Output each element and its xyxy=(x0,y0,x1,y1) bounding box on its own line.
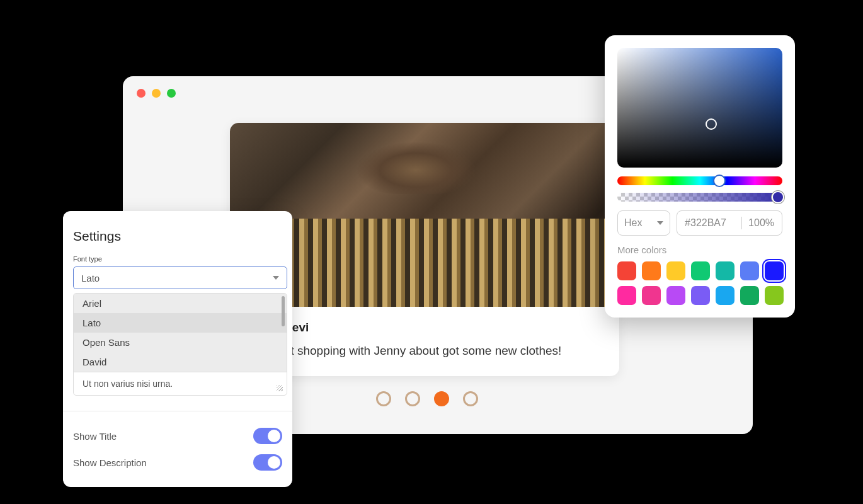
color-swatch[interactable] xyxy=(716,261,734,280)
color-swatch[interactable] xyxy=(740,286,759,305)
window-controls xyxy=(137,89,176,98)
font-option[interactable]: David xyxy=(74,352,287,372)
swatch-grid xyxy=(617,261,782,305)
font-option[interactable]: Ariel xyxy=(74,294,287,313)
alpha-slider[interactable] xyxy=(617,193,782,202)
hue-slider[interactable] xyxy=(617,176,782,185)
font-type-select[interactable]: Lato xyxy=(73,266,287,289)
more-colors-label: More colors xyxy=(617,244,782,255)
color-swatch[interactable] xyxy=(642,286,661,305)
color-swatch[interactable] xyxy=(765,261,784,280)
show-title-toggle[interactable] xyxy=(253,428,282,444)
resize-handle-icon[interactable] xyxy=(277,385,283,391)
hex-input-group: 100% xyxy=(677,210,782,236)
pagination-dot[interactable] xyxy=(463,391,478,406)
pagination-dots xyxy=(376,391,478,406)
font-type-dropdown: Ariel Lato Open Sans David Ut non varius… xyxy=(73,293,287,396)
color-picker-panel: Hex 100% More colors xyxy=(605,35,795,318)
color-swatch[interactable] xyxy=(691,286,710,305)
font-option-selected[interactable]: Lato xyxy=(74,313,287,333)
pagination-dot[interactable] xyxy=(405,391,420,406)
toggle-row: Show Title xyxy=(73,423,282,449)
color-swatch[interactable] xyxy=(666,286,685,305)
color-handle-icon[interactable] xyxy=(706,118,717,130)
color-format-value: Hex xyxy=(624,217,642,229)
post-username: Stacie.Levi xyxy=(246,321,603,335)
settings-title: Settings xyxy=(73,229,282,244)
chevron-down-icon xyxy=(273,276,279,280)
color-swatch[interactable] xyxy=(716,286,734,305)
color-swatch[interactable] xyxy=(765,286,784,305)
color-swatch[interactable] xyxy=(617,261,636,280)
divider xyxy=(63,411,292,411)
font-type-label: Font type xyxy=(73,255,282,263)
font-type-value: Lato xyxy=(81,273,100,284)
pagination-dot[interactable] xyxy=(376,391,391,406)
pagination-dot-active[interactable] xyxy=(434,391,449,406)
hex-input[interactable] xyxy=(685,217,735,229)
minimize-window-icon[interactable] xyxy=(152,89,161,98)
hue-handle-icon[interactable] xyxy=(713,175,726,187)
color-swatch[interactable] xyxy=(666,261,685,280)
scrollbar-thumb[interactable] xyxy=(282,296,285,326)
alpha-handle-icon[interactable] xyxy=(772,191,784,203)
color-swatch[interactable] xyxy=(691,261,710,280)
settings-panel: Settings Font type Lato Ariel Lato Open … xyxy=(63,211,292,487)
post-caption: Went out shopping with Jenny about got s… xyxy=(246,342,603,360)
saturation-lightness-field[interactable] xyxy=(617,48,782,168)
close-window-icon[interactable] xyxy=(137,89,146,98)
maximize-window-icon[interactable] xyxy=(167,89,176,98)
font-option[interactable]: Open Sans xyxy=(74,333,287,352)
toggle-label: Show Description xyxy=(73,457,147,468)
color-swatch[interactable] xyxy=(740,261,759,280)
alpha-value: 100% xyxy=(748,217,774,229)
color-swatch[interactable] xyxy=(642,261,661,280)
toggle-row: Show Description xyxy=(73,449,282,476)
separator xyxy=(741,217,742,229)
toggle-label: Show Title xyxy=(73,431,117,442)
chevron-down-icon xyxy=(657,221,663,225)
show-description-toggle[interactable] xyxy=(253,454,282,471)
color-swatch[interactable] xyxy=(617,286,636,305)
color-format-select[interactable]: Hex xyxy=(617,210,670,236)
preview-textarea[interactable]: Ut non varius nisi urna. xyxy=(74,372,287,395)
